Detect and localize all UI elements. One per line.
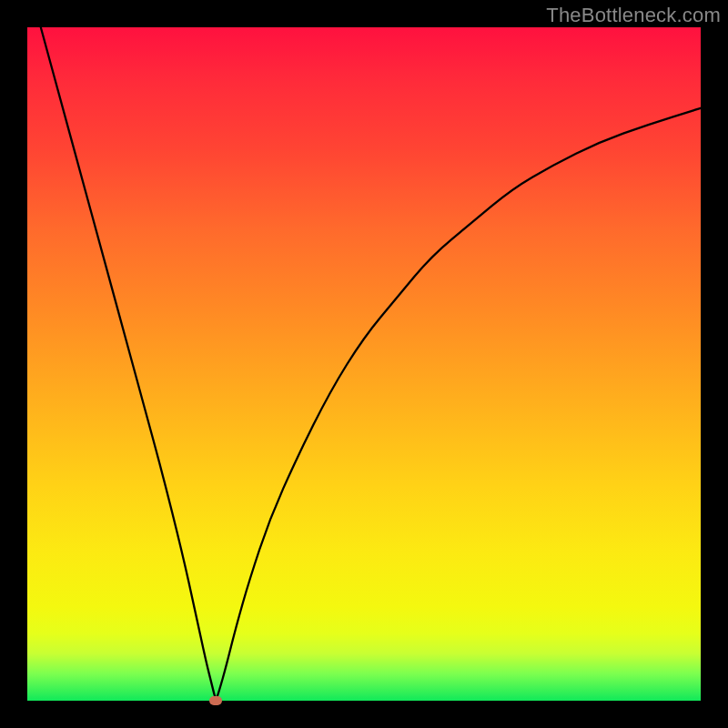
- attribution-text: TheBottleneck.com: [546, 4, 721, 27]
- bottleneck-curve: [27, 27, 701, 701]
- minimum-marker: [209, 696, 222, 705]
- plot-area: [27, 27, 701, 701]
- chart-frame: TheBottleneck.com: [0, 0, 728, 728]
